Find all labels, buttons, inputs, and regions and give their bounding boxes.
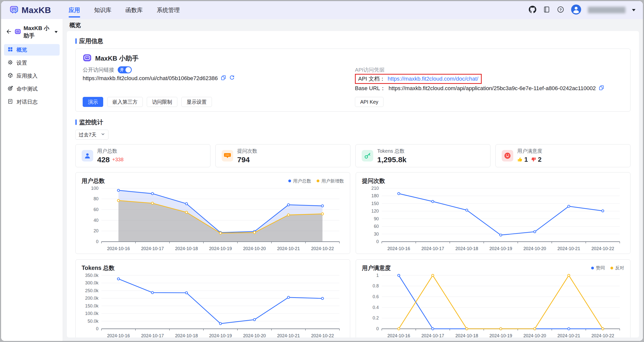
legend-item[interactable]: 反对: [610, 265, 624, 271]
sidebar-item-label: 应用接入: [17, 72, 38, 79]
docs-icon[interactable]: [543, 6, 550, 14]
thumb-up-icon: [517, 155, 523, 164]
access-restriction-button[interactable]: 访问限制: [147, 97, 177, 107]
svg-text:2024-10-18: 2024-10-18: [175, 246, 198, 251]
user-name-redacted: [588, 7, 625, 13]
svg-text:20: 20: [93, 228, 98, 233]
api-doc-link[interactable]: https://maxkb.fit2cloud.com/doc/chat/: [388, 76, 478, 82]
svg-text:2024-10-20: 2024-10-20: [243, 333, 266, 337]
user-menu-caret-icon[interactable]: [632, 9, 635, 11]
nav-item-system[interactable]: 系统管理: [157, 1, 180, 19]
svg-text:60: 60: [374, 224, 379, 229]
svg-text:2024-10-22: 2024-10-22: [591, 246, 614, 251]
svg-text:350.0k: 350.0k: [85, 273, 98, 278]
chart-card-1: 用户总数用户总数用户新增数0204060801002024-10-162024-…: [75, 172, 350, 254]
svg-text:0.8: 0.8: [372, 283, 379, 288]
section-accent-bar: [75, 119, 77, 125]
legend-item[interactable]: 赞同: [591, 265, 605, 271]
app-selector-caret-icon[interactable]: [55, 31, 58, 33]
svg-text:60: 60: [93, 207, 98, 212]
svg-text:300.0k: 300.0k: [85, 280, 98, 285]
legend-item[interactable]: 用户总数: [288, 178, 311, 184]
sidebar-item-label: 对话日志: [17, 98, 38, 105]
chart-plot: 0204060801002024-10-162024-10-172024-10-…: [82, 185, 344, 252]
svg-text:2024-10-18: 2024-10-18: [175, 333, 198, 337]
time-range-value: 过去7天: [79, 131, 96, 138]
nav-item-functions[interactable]: 函数库: [125, 1, 143, 19]
grid-icon: [8, 47, 13, 53]
section-accent-bar: [75, 38, 77, 44]
svg-text:2024-10-21: 2024-10-21: [557, 333, 580, 337]
legend-item[interactable]: 用户新增数: [317, 178, 344, 184]
svg-text:2024-10-21: 2024-10-21: [277, 246, 300, 251]
stat-card-tokens: Tokens 总数 1,295.8k: [355, 144, 490, 167]
chart-card-4: 用户满意度赞同反对00.20.40.60.812024-10-162024-10…: [356, 259, 630, 337]
api-doc-label: API 文档：: [358, 75, 385, 83]
svg-text:2024-10-18: 2024-10-18: [455, 246, 478, 251]
back-arrow-icon[interactable]: [6, 29, 12, 36]
stat-card-questions: 提问次数 794: [215, 144, 350, 167]
chart-plot: 03060901201501802102024-10-162024-10-172…: [362, 185, 624, 252]
app-info-name: MaxKB 小助手: [95, 54, 139, 63]
main-area: 概览 应用信息: [63, 19, 643, 341]
document-icon: [8, 99, 13, 105]
legend-dot-icon: [288, 180, 291, 182]
svg-text:2024-10-22: 2024-10-22: [591, 333, 614, 337]
chart-title: 用户满意度: [362, 264, 391, 272]
svg-text:0: 0: [96, 326, 98, 331]
thumb-down-icon: [531, 155, 536, 164]
svg-text:80: 80: [93, 196, 98, 201]
svg-text:2024-10-21: 2024-10-21: [277, 333, 300, 337]
help-icon[interactable]: ?: [557, 6, 564, 14]
sidebar-item-hit-test[interactable]: 命中测试: [4, 83, 60, 95]
app-selector[interactable]: MaxKB 小助手: [4, 23, 60, 44]
legend-name: 赞同: [596, 265, 605, 271]
chart-svg-wrap: 050.0k100.0k150.0k200.0k250.0k300.0k350.…: [82, 272, 344, 337]
app-robot-icon: [15, 28, 21, 36]
sidebar-item-settings[interactable]: 设置: [4, 57, 60, 69]
nav-item-knowledge[interactable]: 知识库: [94, 1, 111, 19]
svg-text:2024-10-21: 2024-10-21: [557, 246, 580, 251]
stat-delta: +338: [112, 157, 123, 162]
copy-icon[interactable]: [599, 85, 604, 92]
svg-text:2024-10-19: 2024-10-19: [489, 246, 512, 251]
legend-name: 用户总数: [293, 178, 311, 184]
user-avatar[interactable]: [571, 4, 581, 16]
chart-title: 用户总数: [82, 177, 105, 185]
sidebar-item-overview[interactable]: 概览: [4, 44, 60, 56]
refresh-icon[interactable]: [229, 75, 235, 82]
legend-dot-icon: [610, 267, 613, 269]
chart-svg-wrap: 0204060801002024-10-162024-10-172024-10-…: [82, 185, 344, 252]
app-robot-icon: [83, 53, 92, 63]
public-link-toggle[interactable]: 开: [118, 66, 132, 73]
legend-name: 反对: [615, 265, 624, 271]
sidebar-item-chat-logs[interactable]: 对话日志: [4, 96, 60, 108]
svg-text:0: 0: [96, 239, 98, 244]
sidebar-item-app-access[interactable]: 应用接入: [4, 70, 60, 82]
maxkb-logo[interactable]: MaxKB: [10, 5, 51, 15]
svg-text:2024-10-20: 2024-10-20: [523, 333, 546, 337]
github-icon[interactable]: [529, 6, 536, 14]
copy-icon[interactable]: [221, 75, 226, 82]
svg-text:2024-10-20: 2024-10-20: [243, 246, 266, 251]
target-icon: [8, 86, 13, 92]
stat-card-users: 用户总数 428+338: [75, 144, 210, 167]
content-panel: 应用信息 MaxKB 小助手: [67, 31, 639, 337]
chart-legend: 用户总数用户新增数: [288, 178, 344, 184]
svg-text:2024-10-16: 2024-10-16: [107, 333, 130, 337]
svg-text:90: 90: [374, 216, 379, 221]
time-range-select[interactable]: 过去7天: [75, 130, 108, 140]
maxkb-robot-icon: [10, 5, 19, 15]
svg-text:0: 0: [376, 326, 379, 331]
embed-third-party-button[interactable]: 嵌入第三方: [107, 97, 143, 107]
package-icon: [8, 73, 13, 79]
svg-text:2024-10-20: 2024-10-20: [523, 246, 546, 251]
display-settings-button[interactable]: 显示设置: [181, 97, 212, 107]
chat-bubble-icon: [222, 150, 233, 161]
nav-item-apps[interactable]: 应用: [69, 1, 80, 19]
demo-button[interactable]: 演示: [83, 97, 103, 107]
svg-text:50.0k: 50.0k: [88, 318, 99, 323]
svg-text:0.6: 0.6: [372, 294, 379, 299]
public-link-label: 公开访问链接: [83, 66, 114, 73]
api-key-button[interactable]: API Key: [355, 97, 383, 107]
